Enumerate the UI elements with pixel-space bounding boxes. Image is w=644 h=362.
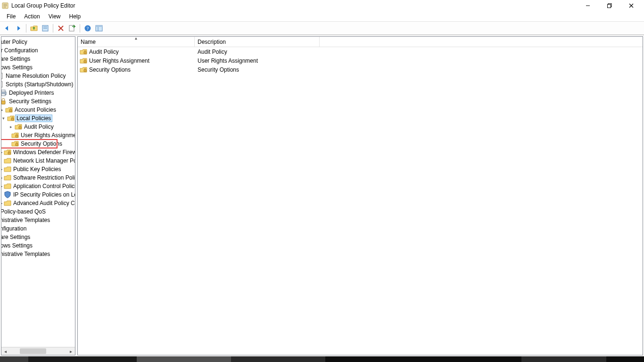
- svg-rect-33: [16, 135, 18, 137]
- chevron-right-icon[interactable]: ▸: [1, 200, 3, 206]
- tree-item[interactable]: ▸lministrative Templates: [1, 216, 57, 224]
- scroll-thumb[interactable]: [20, 348, 46, 354]
- tree-item[interactable]: ▸Software Restriction Policies: [1, 173, 57, 182]
- toolbar-separator: [26, 24, 26, 33]
- tree-item[interactable]: ▸Account Policies: [1, 106, 57, 114]
- doc-icon: [1, 72, 4, 80]
- tree-item-label: Public Key Policies: [12, 166, 62, 173]
- tree-item-label: mputer Policy: [1, 39, 28, 45]
- scroll-track[interactable]: [9, 347, 67, 355]
- tree-horizontal-scrollbar[interactable]: ◂ ▸: [1, 347, 75, 355]
- chevron-right-icon[interactable]: ▸: [1, 107, 4, 113]
- tree-item[interactable]: ▸Windows Defender Firewall with Advanced…: [1, 148, 57, 156]
- minimize-button[interactable]: [577, 0, 599, 11]
- taskbar[interactable]: [0, 356, 644, 362]
- svg-rect-28: [1, 94, 5, 96]
- list-item-name: Security Options: [89, 66, 131, 73]
- tree-item[interactable]: ▸Audit Policy: [1, 123, 57, 131]
- tree-item-label: Software Restriction Policies: [12, 174, 75, 181]
- tree-item-label: Application Control Policies: [12, 183, 75, 189]
- svg-rect-20: [1, 73, 2, 79]
- folder-lock-icon: [80, 66, 87, 74]
- scroll-left-icon[interactable]: ◂: [1, 347, 9, 355]
- list-item[interactable]: Security OptionsSecurity Options: [78, 65, 643, 74]
- tree-item[interactable]: ▸indows Settings: [1, 63, 57, 72]
- toolbar-separator: [80, 24, 80, 33]
- menu-view[interactable]: View: [45, 12, 65, 21]
- list-body[interactable]: Audit PolicyAudit PolicyUser Rights Assi…: [78, 47, 643, 355]
- chevron-right-icon[interactable]: ▸: [1, 149, 3, 155]
- maximize-button[interactable]: [599, 0, 620, 11]
- chevron-down-icon[interactable]: ▾: [1, 115, 6, 121]
- chevron-right-icon[interactable]: ▸: [1, 183, 3, 189]
- svg-rect-38: [84, 70, 86, 72]
- scroll-right-icon[interactable]: ▸: [67, 347, 75, 355]
- tree-item-label: Network List Manager Policies: [12, 157, 75, 164]
- delete-icon[interactable]: [56, 23, 66, 33]
- column-header-description[interactable]: Description: [195, 37, 320, 47]
- tree-item-label: Audit Policy: [23, 123, 55, 130]
- tree-item[interactable]: ▸Configuration: [1, 224, 57, 233]
- tree-item[interactable]: ▸Security Settings: [1, 97, 57, 106]
- tree-item[interactable]: ▸User Rights Assignment: [1, 131, 57, 140]
- svg-rect-30: [9, 110, 12, 112]
- tree-item-label: Local Policies: [16, 115, 52, 122]
- tree-item[interactable]: ▸lministrative Templates: [1, 250, 57, 258]
- app-icon: [2, 2, 9, 9]
- tree-item[interactable]: ▸Deployed Printers: [1, 89, 57, 97]
- tree-item[interactable]: ▸Policy-based QoS: [1, 207, 57, 216]
- show-hide-tree-icon[interactable]: [94, 23, 104, 33]
- list-item-description: User Rights Assignment: [195, 58, 320, 64]
- column-header-name[interactable]: ▲ Name: [78, 37, 195, 47]
- folder-icon: [4, 199, 11, 207]
- tree-item-label: IP Security Policies on Local Computer: [12, 191, 75, 198]
- list-item-description: Audit Policy: [195, 49, 320, 55]
- toolbar-separator: [53, 24, 53, 33]
- folder-lock-icon: [7, 115, 15, 122]
- tree-item[interactable]: ▸ftware Settings: [1, 233, 57, 241]
- svg-rect-34: [16, 144, 18, 146]
- tree-item-label: Windows Defender Firewall with Advanced …: [12, 149, 75, 156]
- svg-rect-18: [96, 25, 102, 27]
- tree-item[interactable]: ▸ftware Settings: [1, 55, 57, 63]
- tree-item[interactable]: ▸Name Resolution Policy: [1, 72, 57, 80]
- list-item[interactable]: User Rights AssignmentUser Rights Assign…: [78, 56, 643, 65]
- menu-help[interactable]: Help: [66, 12, 85, 21]
- tree-item[interactable]: ▸Public Key Policies: [1, 165, 57, 173]
- tree-item[interactable]: ▸Scripts (Startup/Shutdown): [1, 80, 57, 89]
- list-item-name-cell: Security Options: [78, 66, 195, 74]
- svg-rect-31: [11, 118, 14, 120]
- help-icon[interactable]: ?: [83, 23, 93, 33]
- column-header-name-label: Name: [81, 39, 96, 45]
- tree-item[interactable]: ▸uter Configuration: [1, 46, 57, 55]
- tree-item[interactable]: ▸Application Control Policies: [1, 182, 57, 190]
- shield-icon: [4, 191, 11, 198]
- menu-action[interactable]: Action: [20, 12, 43, 21]
- list-item[interactable]: Audit PolicyAudit Policy: [78, 47, 643, 56]
- tree-item[interactable]: ▸Security Options: [1, 140, 57, 148]
- tree-item[interactable]: ▸IP Security Policies on Local Computer: [1, 190, 57, 199]
- forward-icon[interactable]: [13, 23, 24, 33]
- svg-rect-36: [84, 52, 86, 54]
- svg-text:?: ?: [87, 26, 89, 31]
- chevron-right-icon[interactable]: ▸: [1, 166, 3, 172]
- chevron-right-icon[interactable]: ▸: [8, 124, 14, 130]
- folder-lock-icon: [15, 123, 22, 131]
- close-button[interactable]: [620, 0, 642, 11]
- tree-item-label: Configuration: [1, 225, 27, 232]
- chevron-right-icon[interactable]: ▸: [1, 175, 3, 181]
- back-icon[interactable]: [2, 23, 12, 33]
- sort-indicator-icon: ▲: [134, 36, 138, 41]
- folder-up-icon[interactable]: [29, 23, 39, 33]
- tree-scroll[interactable]: ▸mputer Policy▸uter Configuration▸ftware…: [1, 37, 75, 347]
- tree-item[interactable]: ▾Local Policies: [1, 114, 57, 123]
- tree-item[interactable]: ▸mputer Policy: [1, 38, 57, 46]
- menu-file[interactable]: File: [3, 12, 19, 21]
- tree-item[interactable]: ▸Network List Manager Policies: [1, 156, 57, 165]
- svg-rect-32: [19, 127, 21, 129]
- properties-icon[interactable]: [40, 23, 50, 33]
- export-icon[interactable]: [67, 23, 77, 33]
- tree-item-label: indows Settings: [1, 242, 33, 249]
- tree-item[interactable]: ▸Advanced Audit Policy Configuration: [1, 199, 57, 207]
- tree-item[interactable]: ▸indows Settings: [1, 241, 57, 250]
